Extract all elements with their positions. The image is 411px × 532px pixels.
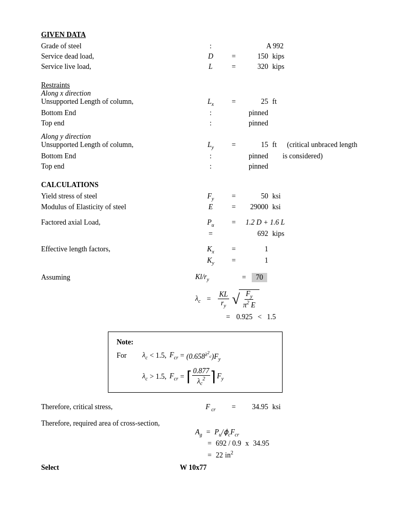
dead-load-row: Service dead load, D = 150 kips <box>41 52 370 61</box>
live-load-sym: L <box>195 63 226 71</box>
x-top-colon: : <box>195 119 226 127</box>
x-top-label: Top end <box>41 119 195 127</box>
fy-row: Yield stress of steel Fy = 50 ksi <box>41 192 370 201</box>
grade-label: Grade of steel <box>41 42 195 50</box>
x-top-val: pinned <box>226 119 272 127</box>
pu-unit: kips <box>272 230 284 238</box>
fy-val: 50 <box>241 192 272 200</box>
kx-label: Effective length factors, <box>41 245 195 253</box>
select-val: W 10x77 <box>180 464 207 472</box>
ag-sym: Ag <box>195 428 202 437</box>
fcr-label: Therefore, critical stress, <box>41 403 195 411</box>
live-load-eq: = <box>226 63 241 71</box>
klr-sym: Kl/ry <box>195 273 236 282</box>
select-label: Select <box>41 464 103 472</box>
live-load-unit: kips <box>272 63 284 71</box>
x-bottom-val: pinned <box>226 109 272 117</box>
ag-formula-row: Ag = Pu/ϕcFcr <box>195 428 370 437</box>
lambda-formula-row: λc = KL ry √ Fy π2 E <box>195 289 370 309</box>
note-for: For <box>117 352 142 360</box>
x-direction-heading: Along x direction <box>41 89 370 98</box>
live-load-val: 320 <box>241 63 272 71</box>
e-unit: ksi <box>272 203 281 211</box>
fcr-sym: F cr <box>195 403 226 412</box>
ky-sym: Ky <box>195 256 226 266</box>
fy-unit: ksi <box>272 192 281 200</box>
klr-val: 70 <box>252 273 267 282</box>
ag-calc-row: = 692 / 0.9 x 34.95 <box>195 439 370 448</box>
kx-row: Effective length factors, Kx = 1 <box>41 245 370 254</box>
kx-val: 1 <box>241 245 272 253</box>
pu-eq: = <box>226 218 241 227</box>
lambda-result: 0.925 <box>236 313 253 321</box>
x-bottom-colon: : <box>195 109 226 117</box>
x-length-sym: Lx <box>195 98 226 107</box>
fy-label: Yield stress of steel <box>41 192 195 200</box>
y-top-label: Top end <box>41 162 195 171</box>
dead-load-eq: = <box>226 52 241 61</box>
kx-eq: = <box>226 245 241 253</box>
y-bottom-val: pinned <box>226 152 272 160</box>
restraints-heading: Restraints <box>41 81 370 89</box>
lambda-sym: λc <box>195 295 201 304</box>
y-bottom-row: Bottom End : pinned is considered) <box>41 152 370 160</box>
lambda-eq2: = <box>195 313 236 321</box>
x-bottom-row: Bottom End : pinned <box>41 109 370 117</box>
dead-load-sym: D <box>195 52 226 61</box>
grade-colon: : <box>195 42 226 50</box>
e-val: 29000 <box>241 203 272 211</box>
lambda-lt: < <box>258 313 262 321</box>
pu-row: Factored axial Load, Pu = 1.2 D + 1.6 L <box>41 218 370 228</box>
restraints-section: Restraints Along x direction Unsupported… <box>41 81 370 171</box>
y-length-val: 15 <box>241 141 272 149</box>
y-bottom-colon: : <box>195 152 226 160</box>
x-length-unit: ft <box>272 98 277 106</box>
given-data-heading: GIVEN DATA <box>41 31 370 39</box>
dead-load-unit: kips <box>272 52 284 61</box>
fcr-val: 34.95 <box>241 403 272 411</box>
pu-sym: Pu <box>195 218 226 228</box>
x-bottom-label: Bottom End <box>41 109 195 117</box>
x-length-eq: = <box>226 98 241 106</box>
y-length-row: Unsupported Length of column, Ly = 15 ft… <box>41 141 370 150</box>
calculations-section: CALCULATIONS Yield stress of steel Fy = … <box>41 181 370 472</box>
pu-label: Factored axial Load, <box>41 218 195 227</box>
y-direction-heading: Along y direction <box>41 133 370 141</box>
lambda-sqrt: √ Fy π2 E <box>232 289 259 309</box>
lambda-limit: 1.5 <box>267 313 276 321</box>
lambda-eq: = <box>207 295 211 303</box>
ag-val: 22 <box>216 451 223 460</box>
select-row: Select W 10x77 <box>41 464 370 472</box>
ag-val-row: = 22 in2 <box>195 450 370 460</box>
x-length-row: Unsupported Length of column, Lx = 25 ft <box>41 98 370 107</box>
ag-eq3: = <box>195 451 216 460</box>
ag-label: Therefore, required area of cross-sectio… <box>41 419 160 427</box>
ag-x: x <box>245 439 249 448</box>
ag-factor: 34.95 <box>253 439 269 448</box>
note-header: Note: <box>117 338 274 346</box>
y-length-note: (critical unbraced length <box>287 141 358 149</box>
x-top-row: Top end : pinned <box>41 119 370 127</box>
ag-label-row: Therefore, required area of cross-sectio… <box>41 419 370 428</box>
dead-load-label: Service dead load, <box>41 52 195 61</box>
calculations-heading: CALCULATIONS <box>41 181 370 189</box>
given-data-section: GIVEN DATA Grade of steel : A 992 Servic… <box>41 31 370 71</box>
ag-formula: Pu/ϕcFcr <box>214 428 239 437</box>
y-length-sym: Ly <box>195 141 226 150</box>
ag-eq: = <box>207 428 211 436</box>
y-note2: is considered) <box>283 152 323 160</box>
e-row: Modulus of Elasticity of steel E = 29000… <box>41 203 370 211</box>
y-length-eq: = <box>226 141 241 149</box>
pu-val-row: = 692 kips <box>41 230 370 238</box>
live-load-label: Service live load, <box>41 63 195 71</box>
ky-val: 1 <box>241 256 272 265</box>
assuming-label: Assuming <box>41 273 195 282</box>
e-label: Modulus of Elasticity of steel <box>41 203 195 211</box>
pu-val: 692 <box>241 230 272 238</box>
live-load-row: Service live load, L = 320 kips <box>41 63 370 71</box>
klr-eq: = <box>236 273 252 282</box>
grade-val: A 992 <box>226 42 288 50</box>
y-top-val: pinned <box>226 162 272 171</box>
fy-eq: = <box>226 192 241 200</box>
y-top-colon: : <box>195 162 226 171</box>
